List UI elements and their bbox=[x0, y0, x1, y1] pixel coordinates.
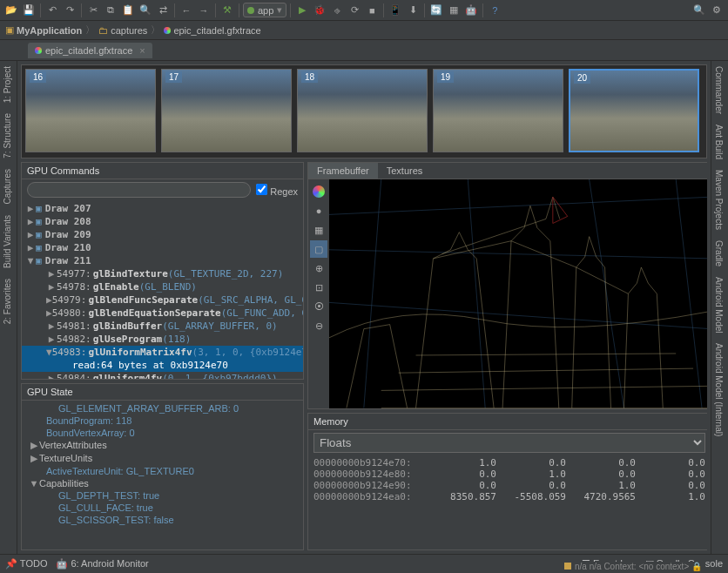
regex-checkbox[interactable]: Regex bbox=[256, 184, 298, 197]
todo-button[interactable]: 📌 TODO bbox=[5, 558, 47, 570]
draw-group[interactable]: ▶▣Draw 209 bbox=[22, 228, 303, 241]
command-search-input[interactable] bbox=[27, 182, 251, 198]
avd-icon[interactable]: 📱 bbox=[388, 3, 403, 18]
framebuffer-tabs: FramebufferTextures bbox=[308, 163, 707, 179]
rail-tab[interactable]: Build Variants bbox=[0, 210, 15, 273]
editor-tabs: epic_citadel.gfxtrace × bbox=[0, 40, 728, 61]
profiler-icon[interactable]: ⟳ bbox=[347, 3, 362, 18]
draw-group[interactable]: ▼▣Draw 211 bbox=[22, 254, 303, 267]
cut-icon[interactable]: ✂ bbox=[85, 3, 101, 18]
state-row[interactable]: GL_CULL_FACE: true bbox=[22, 502, 303, 514]
shaded-icon[interactable]: ● bbox=[310, 202, 327, 219]
state-row[interactable]: BoundProgram: 118 bbox=[22, 415, 303, 427]
panel-title: GPU State bbox=[22, 384, 303, 401]
gl-call[interactable]: ▶54979: glBlendFuncSeparate(GL_SRC_ALPHA… bbox=[22, 293, 303, 307]
gpu-state-panel: GPU State GL_ELEMENT_ARRAY_BUFFER_ARB: 0… bbox=[21, 383, 304, 550]
paste-icon[interactable]: 📋 bbox=[120, 3, 136, 18]
state-tree[interactable]: GL_ELEMENT_ARRAY_BUFFER_ARB: 0BoundProgr… bbox=[22, 401, 303, 549]
sync-icon[interactable]: 🔄 bbox=[428, 3, 444, 18]
run-icon[interactable]: ▶ bbox=[294, 3, 310, 18]
state-row[interactable]: BoundVertexArray: 0 bbox=[22, 427, 303, 439]
frame-thumbnail[interactable]: 17 bbox=[161, 69, 292, 152]
rail-tab[interactable]: 1: Project bbox=[0, 61, 15, 108]
redo-icon[interactable]: ↷ bbox=[62, 3, 78, 18]
frame-thumbnail[interactable]: 19 bbox=[433, 69, 563, 152]
search-icon[interactable]: 🔍 bbox=[691, 3, 707, 18]
memory-row: 00000000b9124e70:1.00.00.00.0 bbox=[313, 457, 705, 469]
call-detail[interactable]: read:64 bytes at 0xb9124e70 bbox=[22, 359, 303, 372]
gl-call[interactable]: ▶54981: glBindBuffer(GL_ARRAY_BUFFER, 0) bbox=[22, 320, 303, 333]
gpu-commands-panel: GPU Commands Regex ▶▣Draw 207▶▣Draw 208▶… bbox=[21, 162, 304, 380]
gl-call[interactable]: ▶54978: glEnable(GL_BLEND) bbox=[22, 280, 303, 293]
file-tab[interactable]: epic_citadel.gfxtrace × bbox=[28, 43, 152, 58]
state-row[interactable]: GL_DEPTH_TEST: true bbox=[22, 489, 303, 502]
build-icon[interactable]: ⚒ bbox=[219, 3, 235, 18]
draw-group[interactable]: ▶▣Draw 207 bbox=[22, 202, 303, 215]
framebuffer-tools: ●▦▢⊕⊡⦿⊖ bbox=[308, 179, 329, 408]
gl-call[interactable]: ▶54980: glBlendEquationSeparate(GL_FUNC_… bbox=[22, 307, 303, 320]
left-tool-rail: 1: Project7: StructureCapturesBuild Vari… bbox=[0, 61, 17, 554]
rail-tab[interactable]: Android Model (Internal) bbox=[711, 338, 726, 442]
open-icon[interactable]: 📂 bbox=[3, 3, 19, 18]
android-icon[interactable]: 🤖 bbox=[463, 3, 479, 18]
memory-panel: Memory Floats 00000000b9124e70:1.00.00.0… bbox=[307, 413, 707, 550]
gl-call[interactable]: ▶54982: glUseProgram(118) bbox=[22, 333, 303, 346]
rail-tab[interactable]: Maven Projects bbox=[711, 165, 726, 235]
close-icon[interactable]: × bbox=[139, 45, 145, 56]
state-row[interactable]: ActiveTextureUnit: GL_TEXTURE0 bbox=[22, 465, 303, 477]
forward-icon[interactable]: → bbox=[196, 3, 212, 18]
stop-icon[interactable]: ■ bbox=[364, 3, 380, 18]
wire-depth-icon[interactable]: ▦ bbox=[310, 221, 327, 239]
gl-call[interactable]: ▼54983: glUniformMatrix4fv(3, 1, 0, {0xb… bbox=[22, 346, 303, 359]
state-row[interactable]: ▶VertexAttributes bbox=[22, 439, 303, 452]
rail-tab[interactable]: Commander bbox=[711, 61, 726, 119]
layout-icon[interactable]: ▦ bbox=[446, 3, 462, 18]
framebuffer-viewport[interactable] bbox=[329, 179, 707, 408]
breadcrumb-project[interactable]: ▣MyApplication bbox=[5, 24, 82, 36]
zoom-fit-icon[interactable]: ⊡ bbox=[310, 279, 327, 296]
right-tool-rail: CommanderAnt BuildMaven ProjectsGradleAn… bbox=[711, 61, 728, 554]
replace-icon[interactable]: ⇄ bbox=[155, 3, 171, 18]
debug-icon[interactable]: 🐞 bbox=[312, 3, 327, 18]
run-config-dropdown[interactable]: app ▾ bbox=[243, 3, 286, 17]
wire-icon[interactable]: ▢ bbox=[310, 240, 327, 258]
rail-tab[interactable]: Android Model bbox=[711, 272, 726, 338]
zoom-in-icon[interactable]: ⊕ bbox=[310, 260, 327, 277]
undo-icon[interactable]: ↶ bbox=[44, 3, 60, 18]
find-icon[interactable]: 🔍 bbox=[138, 3, 153, 18]
help-icon[interactable]: ? bbox=[487, 3, 502, 18]
save-icon[interactable]: 💾 bbox=[21, 3, 37, 18]
zoom-out-icon[interactable]: ⊖ bbox=[310, 317, 327, 334]
zoom-actual-icon[interactable]: ⦿ bbox=[310, 298, 327, 315]
state-row[interactable]: GL_SCISSOR_TEST: false bbox=[22, 514, 303, 526]
state-row[interactable]: ▶TextureUnits bbox=[22, 452, 303, 465]
breadcrumb-folder[interactable]: 🗀captures bbox=[98, 25, 147, 36]
gl-call[interactable]: ▶54977: glBindTexture(GL_TEXTURE_2D, 227… bbox=[22, 267, 303, 280]
memory-format-select[interactable]: Floats bbox=[313, 433, 705, 453]
state-row[interactable]: GL_ELEMENT_ARRAY_BUFFER_ARB: 0 bbox=[22, 402, 303, 415]
rail-tab[interactable]: Ant Build bbox=[711, 119, 726, 165]
frame-thumbnail[interactable]: 16 bbox=[25, 69, 156, 152]
sdk-icon[interactable]: ⬇ bbox=[405, 3, 421, 18]
rail-tab[interactable]: Captures bbox=[0, 164, 15, 210]
attach-icon[interactable]: ⎆ bbox=[329, 3, 345, 18]
rail-tab[interactable]: 7: Structure bbox=[0, 108, 15, 164]
android-monitor-button[interactable]: 🤖 6: Android Monitor bbox=[56, 558, 148, 570]
command-tree[interactable]: ▶▣Draw 207▶▣Draw 208▶▣Draw 209▶▣Draw 210… bbox=[22, 200, 303, 379]
framebuffer-tab[interactable]: Textures bbox=[378, 163, 432, 179]
rail-tab[interactable]: Gradle bbox=[711, 235, 726, 272]
back-icon[interactable]: ← bbox=[179, 3, 194, 18]
settings-icon[interactable]: ⚙ bbox=[709, 3, 725, 18]
gl-call[interactable]: ▶54984: glUniform4fv(0, 1, {0xb97bddd0}) bbox=[22, 372, 303, 379]
breadcrumb-file[interactable]: epic_citadel.gfxtrace bbox=[164, 25, 260, 36]
rail-tab[interactable]: 2: Favorites bbox=[0, 273, 15, 329]
color-icon[interactable] bbox=[310, 183, 327, 200]
frame-thumbnail[interactable]: 20 bbox=[569, 69, 699, 152]
frame-thumbnail[interactable]: 18 bbox=[297, 69, 428, 152]
state-row[interactable]: ▼Capabilities bbox=[22, 477, 303, 489]
copy-icon[interactable]: ⧉ bbox=[103, 3, 118, 18]
draw-group[interactable]: ▶▣Draw 208 bbox=[22, 215, 303, 228]
draw-group[interactable]: ▶▣Draw 210 bbox=[22, 241, 303, 254]
framebuffer-tab[interactable]: Framebuffer bbox=[308, 163, 378, 179]
panel-title: GPU Commands bbox=[22, 163, 303, 179]
